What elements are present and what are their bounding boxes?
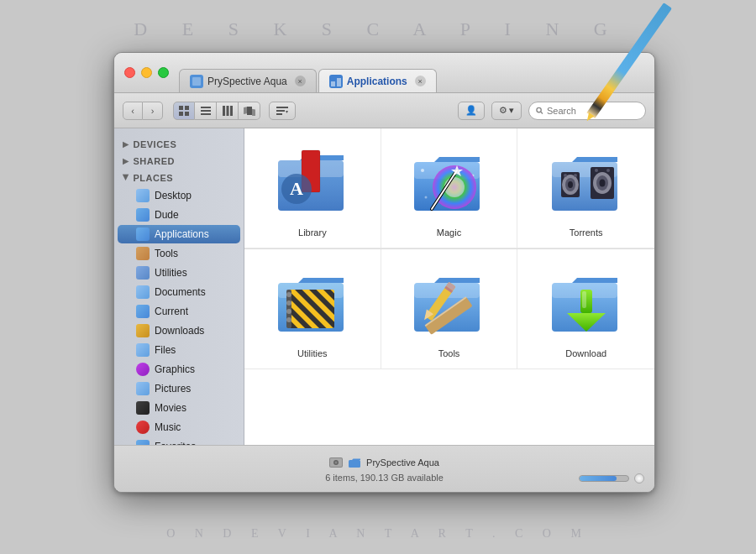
- file-item-torrents[interactable]: Torrents: [517, 128, 654, 248]
- view-column-button[interactable]: [217, 102, 239, 120]
- sidebar-item-downloads[interactable]: Downloads: [118, 321, 240, 340]
- download-label: Download: [565, 348, 606, 358]
- svg-rect-13: [226, 106, 228, 116]
- svg-rect-19: [276, 110, 285, 112]
- tab1-close[interactable]: ×: [295, 76, 306, 86]
- sidebar-item-pictures[interactable]: Pictures: [118, 379, 240, 398]
- disk-bar: [579, 475, 629, 482]
- sidebar-item-favorites[interactable]: Favorites: [118, 437, 240, 445]
- sidebar-item-documents[interactable]: Documents: [118, 283, 240, 301]
- shared-label: SHARED: [134, 156, 175, 166]
- dude-icon: [136, 208, 150, 222]
- file-grid-row1: A Library: [244, 128, 654, 249]
- title-bar: PrySpective Aqua × Applications ×: [114, 53, 654, 93]
- files-icon: [136, 343, 150, 357]
- status-info: 6 items, 190.13 GB available: [325, 473, 444, 483]
- current-icon: [136, 305, 150, 318]
- svg-rect-14: [230, 106, 233, 116]
- svg-point-52: [599, 180, 605, 187]
- disk-knob: [634, 473, 644, 483]
- sidebar-item-applications[interactable]: Applications: [118, 225, 240, 243]
- svg-rect-1: [192, 77, 201, 86]
- sidebar-item-music[interactable]: Music: [118, 418, 240, 436]
- magic-folder-icon: [411, 149, 486, 217]
- current-label: Current: [155, 306, 188, 317]
- view-list-button[interactable]: [195, 102, 217, 120]
- tab-pryspective[interactable]: PrySpective Aqua ×: [179, 69, 317, 92]
- grid-icon: [179, 106, 189, 116]
- svg-point-54: [606, 169, 610, 172]
- svg-point-22: [537, 107, 541, 112]
- watermark-top: D E S K S C A P I N G: [109, 18, 647, 40]
- tab-applications[interactable]: Applications ×: [318, 69, 437, 92]
- sidebar-item-desktop[interactable]: Desktop: [118, 186, 240, 205]
- pictures-icon: [136, 382, 150, 395]
- music-label: Music: [155, 421, 181, 433]
- file-item-utilities[interactable]: Utilities: [244, 249, 381, 369]
- desktop-label: Desktop: [155, 190, 192, 201]
- svg-point-35: [425, 196, 428, 199]
- library-icon-wrapper: A: [275, 145, 350, 221]
- action-button[interactable]: 👤: [458, 102, 485, 120]
- tabs-container: PrySpective Aqua × Applications ×: [179, 53, 654, 92]
- gear-button[interactable]: ⚙ ▾: [491, 102, 522, 120]
- svg-rect-16: [244, 107, 247, 114]
- sidebar-item-current[interactable]: Current: [118, 302, 240, 321]
- sidebar-item-files[interactable]: Files: [118, 341, 240, 359]
- status-path-label: PrySpective Aqua: [366, 457, 439, 468]
- download-icon-wrapper: [549, 266, 624, 342]
- nav-buttons: ‹ ›: [123, 102, 163, 120]
- finder-window: PrySpective Aqua × Applications × ‹ ›: [113, 52, 655, 493]
- main-content: ▶ DEVICES ▶ SHARED ▶ PLACES Desktop Dude: [114, 128, 654, 445]
- file-item-library[interactable]: A Library: [244, 128, 381, 248]
- svg-rect-4: [337, 78, 341, 86]
- svg-text:A: A: [290, 178, 303, 199]
- downloads-label: Downloads: [155, 325, 204, 337]
- movies-label: Movies: [155, 402, 186, 414]
- file-item-tools[interactable]: Tools: [381, 249, 518, 369]
- disk-icon: [329, 456, 343, 469]
- sidebar-section-places[interactable]: ▶ PLACES: [114, 169, 244, 186]
- user-icon: 👤: [465, 105, 477, 116]
- sidebar-item-utilities[interactable]: Utilities: [118, 264, 240, 282]
- close-button[interactable]: [124, 67, 135, 78]
- utilities-icon: [136, 266, 150, 280]
- shared-arrow: ▶: [123, 157, 129, 165]
- torrents-label: Torrents: [570, 227, 603, 238]
- sidebar-section-devices[interactable]: ▶ DEVICES: [114, 135, 244, 152]
- graphics-icon: [136, 363, 150, 376]
- svg-rect-6: [185, 106, 189, 110]
- view-coverflow-button[interactable]: [239, 102, 260, 120]
- file-item-download[interactable]: Download: [517, 249, 654, 369]
- torrents-icon-wrapper: [549, 145, 624, 221]
- svg-rect-10: [201, 110, 211, 112]
- utilities-folder-icon: [275, 269, 350, 338]
- utilities-icon-wrapper: [275, 266, 350, 342]
- sort-button[interactable]: [269, 102, 296, 120]
- minimize-button[interactable]: [141, 67, 152, 78]
- svg-marker-21: [286, 111, 288, 113]
- nav-back-button[interactable]: ‹: [123, 102, 143, 120]
- svg-point-33: [421, 169, 424, 172]
- sidebar-item-tools[interactable]: Tools: [118, 244, 240, 263]
- maximize-button[interactable]: [158, 67, 169, 78]
- library-folder-icon: A: [275, 149, 350, 217]
- sidebar-section-shared[interactable]: ▶ SHARED: [114, 152, 244, 169]
- view-icon-button[interactable]: [173, 102, 195, 120]
- downloads-icon: [136, 324, 150, 337]
- path-folder-icon: [348, 456, 361, 469]
- sidebar-item-movies[interactable]: Movies: [118, 399, 240, 417]
- svg-point-81: [335, 461, 338, 463]
- svg-point-47: [564, 174, 567, 177]
- tools-label: Tools: [155, 248, 178, 259]
- sidebar-item-dude[interactable]: Dude: [118, 206, 240, 224]
- sidebar-item-graphics[interactable]: Graphics: [118, 360, 240, 379]
- magic-label: Magic: [437, 227, 461, 238]
- sort-icon: [276, 106, 288, 116]
- tab2-close[interactable]: ×: [415, 76, 426, 86]
- nav-forward-button[interactable]: ›: [143, 102, 163, 120]
- music-icon: [136, 421, 150, 434]
- file-item-magic[interactable]: Magic: [381, 128, 518, 248]
- svg-rect-82: [349, 460, 360, 468]
- gear-icon: ⚙: [499, 105, 507, 116]
